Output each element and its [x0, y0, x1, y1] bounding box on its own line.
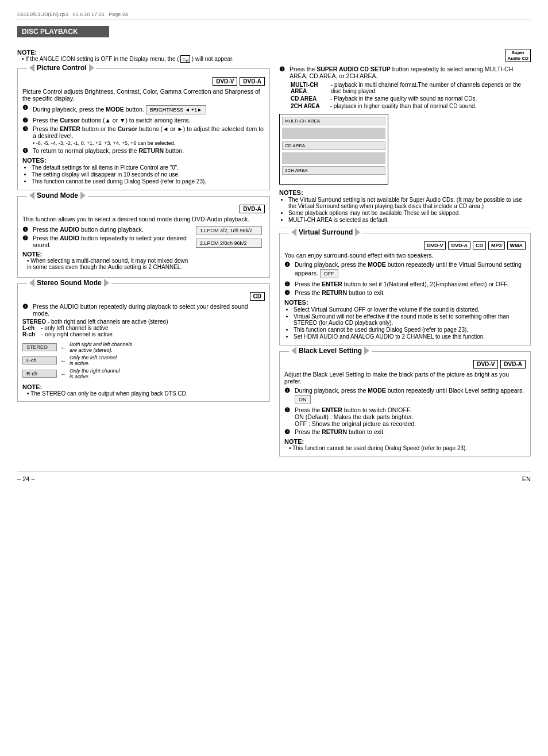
badge-super-audio: Super Audio CD [505, 49, 531, 62]
arrow-left-icon2 [29, 191, 34, 199]
brightness-display: BRIGHTNESS ◄ +1► [146, 105, 207, 114]
main-section-header: DISC PLAYBACK [17, 26, 109, 37]
badge-dvda-sound: DVD-A [240, 205, 265, 213]
step-vs-2: ❷ Press the ENTER button to set it 1(Nat… [284, 281, 526, 288]
step-2: ❷ Press the Cursor buttons (▲ or ▼) to s… [22, 117, 265, 124]
channel-rch: R-ch ← Only the right channelis active. [22, 368, 132, 379]
virtual-surround-steps: ❶ During playback, press the MODE button… [284, 261, 526, 297]
black-level-intro: Adjust the Black Level Setting to make t… [284, 371, 526, 385]
right-column: Super Audio CD ❶ Press the SUPER AUDIO C… [279, 49, 531, 462]
badge-dvda-pic: DVD-A [240, 77, 265, 86]
badge-dvdv-vs: DVD-V [424, 241, 446, 250]
arrow-right-icon5 [364, 347, 369, 355]
page-number: – 24 – [17, 475, 35, 482]
header-page: Page 24 [109, 11, 128, 17]
header-date: 05.6.10 17:26 [73, 11, 105, 17]
area-row-cd: CD AREA [282, 141, 385, 150]
step-bl-1: ❶ During playback, press the MODE button… [284, 387, 526, 405]
picture-control-steps: ❶ During playback, press the MODE button… [22, 104, 265, 155]
super-audio-badge-area: Super Audio CD [279, 49, 531, 62]
area-diagram: MULTI-CH AREA CD AREA 2CH AREA [279, 114, 388, 185]
virtual-surround-section: Virtual Surround DVD-V DVD-A CD MP3 WMA … [279, 233, 531, 346]
arrow-right-icon2 [80, 191, 86, 199]
area-row-multi: MULTI-CH AREA [282, 117, 385, 125]
sound-mode-section: Sound Mode DVD-A This function allows yo… [17, 196, 270, 278]
arrow-right-icon [89, 64, 94, 72]
step-sm-1: ❶ Press the AUDIO button during playback… [22, 226, 190, 233]
step-vs-1: ❶ During playback, press the MODE button… [284, 261, 526, 279]
area-bottom-space [280, 177, 388, 184]
badge-wma-vs: WMA [507, 241, 526, 250]
stereo-sound-section: Stereo Sound Mode CD ❶ Press the AUDIO b… [17, 283, 270, 402]
badge-mp3-vs: MP3 [488, 241, 505, 250]
virtual-surround-intro: You can enjoy surround-sound effect with… [284, 252, 526, 259]
badge-dvda-bl: DVD-A [500, 360, 526, 369]
step-bl-2: ❷ Press the ENTER button to switch ON/OF… [284, 406, 526, 427]
vs-display: OFF [320, 269, 338, 278]
channel-boxes: STEREO ← Both right and left channelsare… [22, 340, 132, 381]
stereo-note: NOTE: • The STEREO can only be output wh… [22, 383, 265, 397]
virtual-surround-notes: NOTES: Select Virtual Surround OFF or lo… [284, 299, 526, 340]
area-row-2ch: 2CH AREA [282, 166, 385, 175]
channel-stereo: STEREO ← Both right and left channelsare… [22, 341, 132, 353]
super-audio-notes: NOTES: The Virtual Surround setting is n… [279, 189, 531, 223]
top-note: NOTE: • If the ANGLE ICON setting is OFF… [17, 49, 270, 64]
badge-dvda-vs: DVD-A [448, 241, 470, 250]
arrow-left-icon3 [29, 279, 34, 287]
step-sa-1: ❶ Press the SUPER AUDIO CD SETUP button … [279, 66, 531, 79]
black-level-badges: DVD-V DVD-A [284, 360, 526, 369]
area-cd: CD AREA- Playback in the same quality wi… [291, 95, 531, 102]
area-separator1 [282, 128, 385, 139]
virtual-surround-badges: DVD-V DVD-A CD MP3 WMA [284, 241, 526, 250]
area-2ch: 2CH AREA- playback in higher quality tha… [291, 103, 531, 109]
super-audio-areas: MULTI-CH AREA - playback in multi channe… [291, 82, 531, 109]
page-lang: EN [522, 475, 531, 482]
sound-mode-device-diagrams: 1.LPCM 3/2, 1ch 96k/2 2.LPCM 2/0ch 96k/2 [196, 225, 265, 270]
arrow-left-icon4 [291, 228, 296, 236]
page-footer: – 24 – EN [17, 471, 531, 482]
sound-mode-steps: ❶ Press the AUDIO button during playback… [22, 225, 190, 270]
page-container: E61E0/E1UD(EN).qx3 05.6.10 17:26 Page 24… [0, 0, 548, 756]
channel-lch: L-ch ← Only the left channelis active. [22, 355, 132, 366]
picture-control-section: Picture Control DVD-V DVD-A Picture Cont… [17, 68, 270, 190]
channel-diagram: STEREO ← Both right and left channelsare… [22, 340, 265, 381]
arrow-left-icon5 [291, 347, 296, 355]
sound-mode-badges: DVD-A [22, 205, 265, 213]
sound-mode-intro: This function allows you to select a des… [22, 216, 265, 222]
step-4: ❹ To return to normal playback, press th… [22, 147, 265, 155]
stereo-desc: STEREO - both right and left channels ar… [22, 318, 265, 337]
stereo-sound-badges: CD [22, 292, 265, 301]
picture-control-notes: NOTES: The default settings for all item… [22, 157, 265, 185]
picture-control-intro: Picture Control adjusts Brightness, Cont… [22, 88, 265, 102]
picture-control-title: Picture Control [27, 64, 97, 72]
badge-cd-vs: CD [473, 241, 486, 250]
arrow-right-icon4 [355, 228, 360, 236]
step-1: ❶ During playback, press the MODE button… [22, 104, 265, 116]
black-level-title: Black Level Setting [289, 347, 372, 355]
step-3: ❸ Press the ENTER button or the Cursor b… [22, 125, 265, 146]
picture-control-badges: DVD-V DVD-A [22, 77, 265, 86]
sound-mode-note: NOTE: • When selecting a multi-channel s… [22, 251, 190, 270]
step-ss-1: ❶ Press the AUDIO button repeatedly duri… [22, 303, 265, 317]
sound-mode-title: Sound Mode [27, 191, 88, 199]
area-separator2 [282, 152, 385, 164]
step-sm-2: ❷ Press the AUDIO button repeatedly to s… [22, 235, 190, 248]
super-audio-content: ❶ Press the SUPER AUDIO CD SETUP button … [279, 66, 531, 109]
sound-device1: 1.LPCM 3/2, 1ch 96k/2 [196, 226, 262, 235]
header-file: E61E0/E1UD(EN).qx3 [17, 11, 68, 17]
black-level-steps: ❶ During playback, press the MODE button… [284, 387, 526, 436]
stereo-sound-title: Stereo Sound Mode [27, 279, 111, 287]
page-header: E61E0/E1UD(EN).qx3 05.6.10 17:26 Page 24 [17, 11, 531, 20]
badge-dvdv-bl: DVD-V [473, 360, 498, 369]
badge-dvdv-pic: DVD-V [213, 77, 237, 86]
arrow-right-icon3 [104, 279, 109, 287]
arrow-left-icon [29, 64, 34, 72]
black-level-note: NOTE: • This function cannot be used dur… [284, 438, 526, 451]
sound-device2: 2.LPCM 2/0ch 96k/2 [196, 239, 262, 248]
left-column: NOTE: • If the ANGLE ICON setting is OFF… [17, 49, 270, 462]
step-bl-3: ❸ Press the RETURN button to exit. [284, 428, 526, 436]
badge-cd-stereo: CD [250, 292, 265, 301]
virtual-surround-title: Virtual Surround [289, 228, 362, 236]
black-level-section: Black Level Setting DVD-V DVD-A Adjust t… [279, 351, 531, 456]
area-multi: MULTI-CH AREA - playback in multi channe… [291, 82, 531, 94]
